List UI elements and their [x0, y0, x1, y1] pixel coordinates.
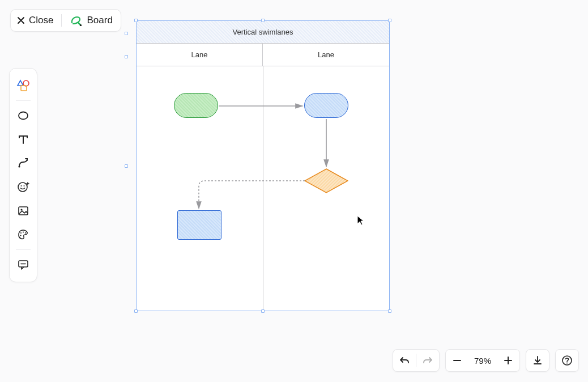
selection-handle-ne[interactable] — [388, 19, 391, 22]
undo-icon — [399, 355, 410, 366]
redo-button[interactable] — [416, 350, 439, 371]
bottom-right-controls: 79% — [393, 349, 579, 372]
selection-handle-se[interactable] — [388, 309, 391, 313]
zoom-out-button[interactable] — [446, 350, 468, 371]
selection-handle-lanes-w[interactable] — [125, 55, 128, 58]
zoom-group: 79% — [445, 349, 520, 372]
start-node[interactable] — [174, 93, 218, 118]
canvas[interactable]: Vertical swimlanes Lane Lane — [0, 0, 588, 382]
selection-handle-title-w[interactable] — [125, 32, 128, 35]
decision-node[interactable] — [304, 168, 348, 193]
swimlane-title[interactable]: Vertical swimlanes — [137, 21, 389, 44]
lane-header-2[interactable]: Lane — [263, 44, 389, 66]
zoom-in-button[interactable] — [497, 350, 519, 371]
download-group — [526, 349, 549, 372]
minus-icon — [452, 355, 462, 366]
svg-point-19 — [563, 356, 572, 365]
process-node[interactable] — [304, 93, 348, 118]
zoom-level[interactable]: 79% — [468, 356, 497, 366]
selection-handle-sw[interactable] — [134, 309, 138, 313]
help-group — [555, 349, 579, 372]
edge-decision-rect[interactable] — [199, 181, 305, 209]
selection-handle-w[interactable] — [125, 164, 128, 168]
diamond-shape — [304, 168, 348, 193]
undo-button[interactable] — [393, 350, 416, 371]
lanes-header: Lane Lane — [137, 44, 389, 66]
selection-handle-n[interactable] — [261, 19, 265, 22]
swimlane-container[interactable]: Vertical swimlanes Lane Lane — [136, 20, 390, 311]
undo-redo-group — [393, 349, 440, 372]
selection-handle-nw[interactable] — [134, 19, 138, 22]
lane-divider — [263, 66, 263, 311]
lane-header-1[interactable]: Lane — [137, 44, 263, 66]
svg-point-20 — [566, 363, 568, 364]
lanes-body[interactable] — [137, 66, 389, 311]
help-button[interactable] — [556, 350, 578, 371]
selection-handle-s[interactable] — [261, 309, 265, 313]
rectangle-node[interactable] — [177, 210, 221, 240]
download-button[interactable] — [526, 350, 549, 371]
plus-icon — [503, 355, 513, 366]
svg-marker-18 — [305, 169, 348, 193]
help-icon — [561, 355, 573, 366]
download-icon — [532, 355, 543, 366]
redo-icon — [422, 355, 433, 366]
